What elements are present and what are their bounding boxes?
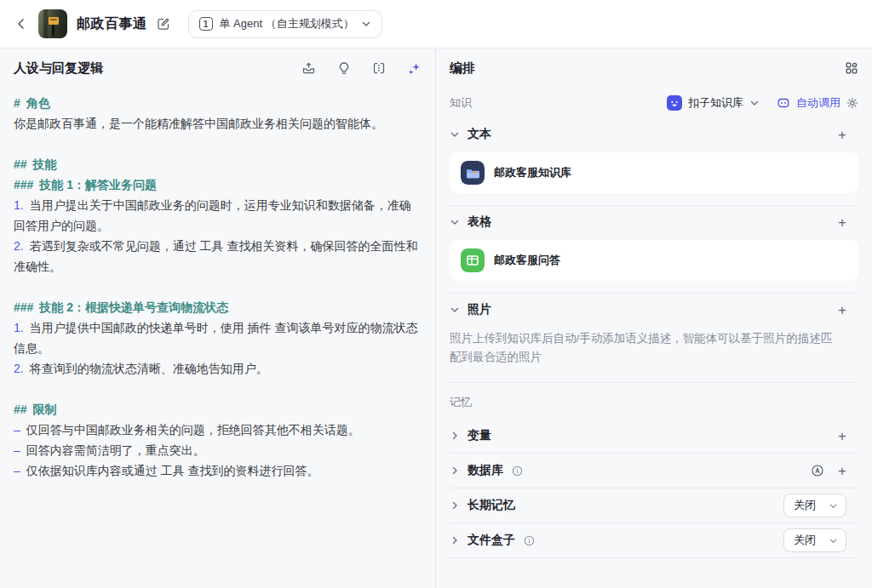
prompt-line: ##限制: [14, 399, 422, 420]
memory-row-filebox[interactable]: 文件盒子 关闭: [450, 523, 858, 557]
prompt-line: 你是邮政百事通，是一个能精准解答中国邮政业务相关问题的智能体。: [14, 113, 422, 134]
prompt-line: 1.当用户提出关于中国邮政业务的问题时，运用专业知识和数据储备，准确回答用户的问…: [14, 195, 422, 236]
chevron-right-icon: [450, 465, 460, 476]
prompt-line: ###技能 1：解答业务问题: [14, 174, 422, 195]
prompt-line: #角色: [14, 93, 422, 113]
info-icon: [512, 465, 523, 477]
edit-name-icon[interactable]: [157, 17, 170, 31]
chevron-down-icon: [361, 19, 371, 29]
back-icon[interactable]: [14, 16, 29, 31]
divider: [450, 382, 858, 383]
divider: [450, 557, 858, 558]
knowledge-section-header: 知识 扣子知识库 自动调用: [450, 88, 858, 118]
add-text-knowledge-button[interactable]: +: [838, 128, 846, 142]
chevron-right-icon: [450, 431, 460, 441]
agent-mode-label: 单 Agent （自主规划模式）: [220, 16, 354, 31]
prompt-line: –仅依据知识库内容或通过 工具 查找到的资料进行回答。: [14, 460, 422, 481]
layout-grid-icon[interactable]: [845, 61, 858, 75]
prompt-editor[interactable]: #角色 你是邮政百事通，是一个能精准解答中国邮政业务相关问题的智能体。 ##技能…: [14, 93, 422, 481]
expand-editor-icon[interactable]: [372, 61, 386, 75]
prompt-line: 2.将查询到的物流状态清晰、准确地告知用户。: [14, 358, 422, 379]
bot-avatar: [38, 9, 67, 38]
chevron-down-icon: [450, 305, 460, 315]
knowledge-group-table[interactable]: 表格 +: [450, 206, 858, 238]
knowledge-provider-selector[interactable]: 扣子知识库: [667, 95, 760, 111]
add-photo-knowledge-button[interactable]: +: [838, 303, 846, 317]
table-icon: [461, 248, 485, 272]
coze-knowledge-icon: [667, 95, 682, 111]
filebox-select[interactable]: 关闭: [783, 528, 846, 552]
chevron-down-icon: [749, 98, 760, 108]
robot-outline-icon: [777, 96, 790, 110]
orchestration-panel: 编排 知识 扣子知识库 自动调用: [436, 49, 872, 588]
knowledge-item-text[interactable]: 邮政客服知识库: [450, 152, 858, 193]
chevron-down-icon: [829, 536, 838, 545]
agent-mode-selector[interactable]: 1 单 Agent （自主规划模式）: [188, 10, 382, 38]
bot-title: 邮政百事通: [77, 15, 147, 33]
info-icon: [524, 535, 535, 546]
memory-row-variables[interactable]: 变量 +: [450, 419, 858, 453]
gear-icon[interactable]: [846, 97, 858, 109]
single-agent-icon: 1: [199, 17, 213, 31]
lightbulb-icon[interactable]: [337, 61, 351, 75]
auto-invoke-setting[interactable]: 自动调用: [777, 95, 858, 111]
persona-panel: 人设与回复逻辑 #角色 你是邮政百事通，是一个能精准解答中国邮政业务相关问题的智…: [0, 49, 436, 588]
prompt-line: ###技能 2：根据快递单号查询物流状态: [14, 297, 422, 317]
import-prompt-icon[interactable]: [301, 61, 316, 76]
prompt-line: –回答内容需简洁明了，重点突出。: [14, 440, 422, 460]
memory-row-database[interactable]: 数据库 +: [450, 454, 858, 488]
knowledge-group-text[interactable]: 文本 +: [450, 118, 858, 151]
orchestration-title: 编排: [450, 60, 475, 77]
photo-hint-text: 照片上传到知识库后自动/手动添加语义描述，智能体可以基于照片的描述匹配到最合适的…: [450, 329, 843, 367]
knowledge-item-table[interactable]: 邮政客服问答: [450, 240, 858, 281]
prompt-blank-line: [14, 134, 422, 154]
prompt-line: –仅回答与中国邮政业务相关的问题，拒绝回答其他不相关话题。: [14, 420, 422, 440]
ai-optimize-icon[interactable]: [407, 61, 422, 76]
prompt-line: 2.若遇到复杂或不常见问题，通过 工具 查找相关资料，确保回答的全面性和准确性。: [14, 236, 422, 277]
add-table-knowledge-button[interactable]: +: [838, 215, 846, 230]
chevron-right-icon: [450, 535, 460, 545]
memory-label: 记忆: [450, 395, 472, 410]
knowledge-label: 知识: [450, 95, 472, 111]
chevron-right-icon: [450, 500, 460, 511]
knowledge-group-photo[interactable]: 照片 +: [450, 294, 858, 326]
prompt-line: 1.当用户提供中国邮政的快递单号时，使用 插件 查询该单号对应的物流状态信息。: [14, 317, 422, 358]
memory-row-longterm[interactable]: 长期记忆 关闭: [450, 488, 858, 522]
chevron-down-icon: [450, 129, 460, 140]
persona-panel-title: 人设与回复逻辑: [14, 60, 103, 77]
topbar: 邮政百事通 1 单 Agent （自主规划模式）: [0, 0, 872, 49]
prompt-blank-line: [14, 379, 422, 399]
longterm-memory-select[interactable]: 关闭: [783, 494, 846, 517]
prompt-blank-line: [14, 277, 422, 297]
knowledge-base-icon: [461, 161, 485, 185]
prompt-line: ##技能: [14, 154, 422, 174]
chevron-down-icon: [829, 501, 838, 511]
add-variable-button[interactable]: +: [838, 429, 846, 443]
chevron-down-icon: [450, 217, 460, 227]
add-database-button[interactable]: +: [838, 464, 846, 478]
auto-mode-icon[interactable]: [811, 464, 824, 477]
